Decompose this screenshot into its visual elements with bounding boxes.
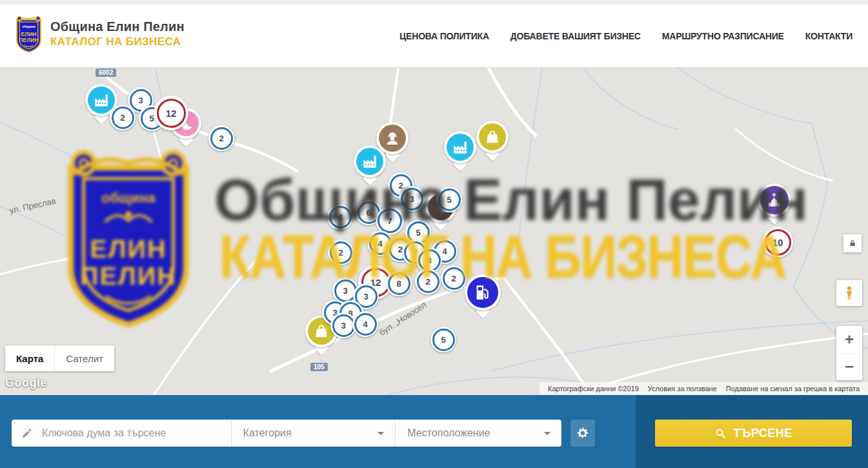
pencil-icon [21,427,33,439]
cluster-count: 4 [329,206,352,229]
logo-text: Община Елин Пелин КАТАЛОГ НА БИЗНЕСА [50,19,185,48]
attribution-link[interactable]: Условия за ползване [643,385,722,392]
search-icon [714,427,727,440]
pegman-button[interactable] [836,280,862,306]
cluster-marker[interactable]: 8 [386,270,412,296]
chevron-down-icon [378,432,384,435]
cluster-marker[interactable]: 2 [415,269,441,294]
cluster-marker[interactable]: 2 [328,239,354,265]
cluster-count: 2 [112,107,134,129]
location-select[interactable]: Местоположение [396,420,561,447]
page: община ЕЛИН ПЕЛИН Община Елин Пелин КАТА… [0,0,868,468]
search-button-label: ТЪРСЕНЕ [733,427,792,440]
main-nav: ЦЕНОВА ПОЛИТИКАДОБАВЕТЕ ВАШИЯТ БИЗНЕСМАР… [399,5,853,68]
cluster-marker[interactable]: 12 [154,96,188,130]
cluster-marker[interactable]: 10 [762,227,793,258]
nav-item-2[interactable]: ДОБАВЕТЕ ВАШИЯТ БИЗНЕС [510,31,641,41]
site-name: КАТАЛОГ НА БИЗНЕСА [50,36,185,48]
lock-button[interactable] [843,234,862,252]
category-label: Категория [243,427,292,439]
cluster-marker[interactable]: 2 [110,105,136,130]
google-logo[interactable]: Google [5,376,47,390]
org-name: Община Елин Пелин [50,19,185,34]
cluster-count: 4 [354,313,377,336]
cluster-count: 2 [210,127,233,150]
search-button[interactable]: ТЪРСЕНЕ [655,420,852,447]
category-select[interactable]: Категория [232,420,396,447]
cluster-markers-layer: 325122235647542274812822333834510 [0,68,868,395]
pegman-icon [842,285,856,301]
cluster-marker[interactable]: 5 [430,327,456,352]
svg-text:община: община [22,25,35,28]
zoom-out-button[interactable]: − [836,354,862,381]
cluster-marker[interactable]: 5 [436,187,462,212]
zoom-control: + − [836,326,862,380]
cluster-marker[interactable]: 2 [208,125,234,151]
search-field-group: Категория Местоположение [12,420,561,447]
header: община ЕЛИН ПЕЛИН Община Елин Пелин КАТА… [0,0,868,68]
cluster-count: 3 [401,188,423,210]
lock-icon [848,239,857,248]
cluster-marker[interactable]: 3 [399,186,425,212]
map-type-control: Карта Сателит [5,345,114,371]
chevron-down-icon [544,432,550,435]
map-data-copyright: Картографски данни ©2019 [543,385,643,392]
location-label: Местоположение [407,427,490,439]
keyword-input[interactable] [41,427,231,440]
cluster-count: 2 [443,267,465,290]
search-bar: Категория Местоположение ТЪРСЕНЕ [0,395,868,468]
cluster-count: 8 [388,272,410,295]
cluster-marker[interactable]: 4 [327,204,353,230]
advanced-settings-button[interactable] [570,420,595,447]
zoom-in-button[interactable]: + [836,326,862,353]
cluster-count: 7 [378,209,402,233]
cluster-count: 2 [417,270,439,293]
cluster-count: 10 [765,229,791,256]
nav-item-4[interactable]: КОНТАКТИ [805,31,853,41]
cluster-count: 3 [332,314,355,337]
keyword-field [12,420,232,447]
municipality-shield-icon: община ЕЛИН ПЕЛИН [14,14,44,54]
map-canvas[interactable]: 6002105 ул. Преславбул. „Новосел 3251222… [0,68,868,395]
nav-item-3[interactable]: МАРШРУТНО РАЗПИСАНИЕ [662,31,784,41]
svg-text:ПЕЛИН: ПЕЛИН [19,37,38,43]
site-logo[interactable]: община ЕЛИН ПЕЛИН Община Елин Пелин КАТА… [14,14,185,54]
gear-icon [576,426,590,440]
nav-item-1[interactable]: ЦЕНОВА ПОЛИТИКА [399,31,489,41]
cluster-marker[interactable]: 4 [352,311,378,337]
svg-text:ЕЛИН: ЕЛИН [21,31,36,37]
map-type-satellite-button[interactable]: Сателит [54,345,114,371]
attribution-link[interactable]: Подаване на сигнал за грешка в картата [722,385,864,392]
map-type-map-button[interactable]: Карта [5,345,54,371]
cluster-count: 5 [438,188,461,211]
cluster-count: 2 [330,241,352,264]
cluster-marker[interactable]: 2 [441,265,467,291]
map-attribution: Картографски данни ©2019Условия за ползв… [540,382,868,395]
cluster-count: 5 [432,329,455,351]
cluster-count: 12 [157,99,186,128]
